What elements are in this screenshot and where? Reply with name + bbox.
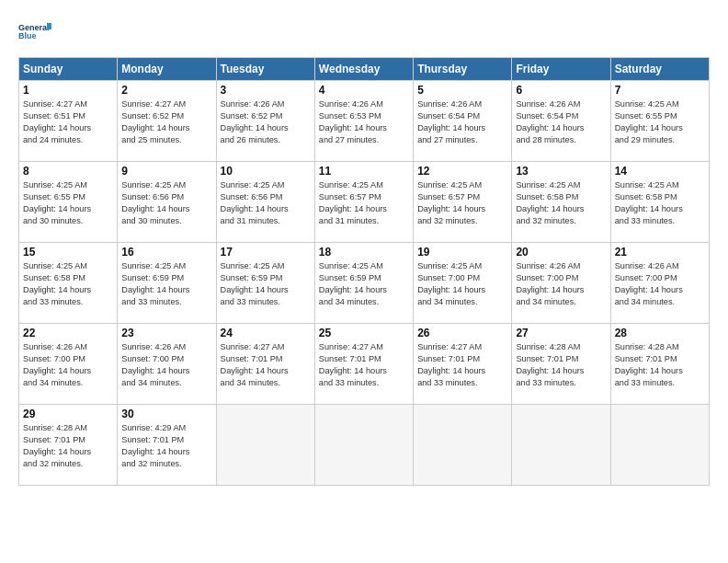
day-info: Sunrise: 4:25 AM Sunset: 6:56 PM Dayligh… bbox=[221, 179, 311, 227]
calendar-cell: 24Sunrise: 4:27 AM Sunset: 7:01 PM Dayli… bbox=[216, 324, 314, 405]
calendar: SundayMondayTuesdayWednesdayThursdayFrid… bbox=[18, 57, 710, 486]
calendar-cell: 6Sunrise: 4:26 AM Sunset: 6:54 PM Daylig… bbox=[512, 81, 610, 162]
calendar-cell: 9Sunrise: 4:25 AM Sunset: 6:56 PM Daylig… bbox=[118, 162, 216, 243]
day-info: Sunrise: 4:27 AM Sunset: 7:01 PM Dayligh… bbox=[319, 341, 409, 389]
day-number: 25 bbox=[319, 327, 409, 339]
day-number: 29 bbox=[23, 408, 113, 420]
day-info: Sunrise: 4:25 AM Sunset: 6:56 PM Dayligh… bbox=[121, 179, 211, 227]
day-info: Sunrise: 4:26 AM Sunset: 7:00 PM Dayligh… bbox=[516, 260, 606, 308]
day-number: 4 bbox=[319, 84, 409, 97]
day-number: 10 bbox=[221, 165, 311, 178]
day-info: Sunrise: 4:25 AM Sunset: 6:59 PM Dayligh… bbox=[121, 260, 211, 308]
day-number: 9 bbox=[121, 165, 211, 178]
day-info: Sunrise: 4:26 AM Sunset: 6:52 PM Dayligh… bbox=[221, 98, 311, 146]
calendar-cell: 10Sunrise: 4:25 AM Sunset: 6:56 PM Dayli… bbox=[216, 162, 314, 243]
calendar-cell: 22Sunrise: 4:26 AM Sunset: 7:00 PM Dayli… bbox=[19, 324, 118, 405]
day-number: 16 bbox=[121, 246, 211, 259]
day-info: Sunrise: 4:28 AM Sunset: 7:01 PM Dayligh… bbox=[516, 341, 606, 389]
day-info: Sunrise: 4:28 AM Sunset: 7:01 PM Dayligh… bbox=[23, 422, 113, 470]
day-info: Sunrise: 4:27 AM Sunset: 7:01 PM Dayligh… bbox=[221, 341, 311, 389]
calendar-cell: 20Sunrise: 4:26 AM Sunset: 7:00 PM Dayli… bbox=[512, 243, 610, 324]
day-header-monday: Monday bbox=[118, 58, 216, 81]
day-header-wednesday: Wednesday bbox=[314, 58, 413, 81]
calendar-cell: 27Sunrise: 4:28 AM Sunset: 7:01 PM Dayli… bbox=[512, 324, 610, 405]
calendar-cell: 13Sunrise: 4:25 AM Sunset: 6:58 PM Dayli… bbox=[512, 162, 610, 243]
day-info: Sunrise: 4:25 AM Sunset: 6:55 PM Dayligh… bbox=[23, 179, 113, 227]
day-header-sunday: Sunday bbox=[19, 58, 118, 81]
day-info: Sunrise: 4:25 AM Sunset: 6:57 PM Dayligh… bbox=[319, 179, 409, 227]
day-number: 20 bbox=[516, 246, 606, 259]
calendar-cell: 5Sunrise: 4:26 AM Sunset: 6:54 PM Daylig… bbox=[414, 81, 512, 162]
calendar-cell: 17Sunrise: 4:25 AM Sunset: 6:59 PM Dayli… bbox=[216, 243, 314, 324]
calendar-cell: 23Sunrise: 4:26 AM Sunset: 7:00 PM Dayli… bbox=[118, 324, 216, 405]
calendar-cell: 19Sunrise: 4:25 AM Sunset: 7:00 PM Dayli… bbox=[414, 243, 512, 324]
svg-text:Blue: Blue bbox=[18, 31, 37, 40]
day-number: 17 bbox=[221, 246, 311, 259]
day-info: Sunrise: 4:26 AM Sunset: 6:53 PM Dayligh… bbox=[319, 98, 409, 146]
calendar-cell: 21Sunrise: 4:26 AM Sunset: 7:00 PM Dayli… bbox=[610, 243, 709, 324]
day-info: Sunrise: 4:25 AM Sunset: 6:59 PM Dayligh… bbox=[221, 260, 311, 308]
day-number: 1 bbox=[23, 84, 113, 97]
day-number: 6 bbox=[516, 84, 606, 97]
day-info: Sunrise: 4:25 AM Sunset: 6:58 PM Dayligh… bbox=[615, 179, 705, 227]
day-info: Sunrise: 4:28 AM Sunset: 7:01 PM Dayligh… bbox=[615, 341, 705, 389]
day-info: Sunrise: 4:26 AM Sunset: 7:00 PM Dayligh… bbox=[23, 341, 113, 389]
calendar-cell: 12Sunrise: 4:25 AM Sunset: 6:57 PM Dayli… bbox=[414, 162, 512, 243]
calendar-cell: 29Sunrise: 4:28 AM Sunset: 7:01 PM Dayli… bbox=[19, 405, 118, 486]
day-info: Sunrise: 4:25 AM Sunset: 6:58 PM Dayligh… bbox=[516, 179, 606, 227]
day-info: Sunrise: 4:27 AM Sunset: 7:01 PM Dayligh… bbox=[417, 341, 507, 389]
day-info: Sunrise: 4:25 AM Sunset: 6:59 PM Dayligh… bbox=[319, 260, 409, 308]
day-number: 18 bbox=[319, 246, 409, 259]
day-number: 21 bbox=[615, 246, 705, 259]
calendar-cell: 1Sunrise: 4:27 AM Sunset: 6:51 PM Daylig… bbox=[19, 81, 118, 162]
calendar-cell: 14Sunrise: 4:25 AM Sunset: 6:58 PM Dayli… bbox=[610, 162, 709, 243]
day-info: Sunrise: 4:27 AM Sunset: 6:51 PM Dayligh… bbox=[23, 98, 113, 146]
day-info: Sunrise: 4:29 AM Sunset: 7:01 PM Dayligh… bbox=[121, 422, 211, 470]
day-number: 5 bbox=[417, 84, 507, 97]
day-header-saturday: Saturday bbox=[610, 58, 709, 81]
logo: General Blue bbox=[18, 15, 51, 48]
day-number: 11 bbox=[319, 165, 409, 178]
day-info: Sunrise: 4:26 AM Sunset: 6:54 PM Dayligh… bbox=[417, 98, 507, 146]
general-blue-icon: General Blue bbox=[18, 15, 51, 48]
day-number: 13 bbox=[516, 165, 606, 178]
calendar-cell bbox=[216, 405, 314, 486]
calendar-cell: 18Sunrise: 4:25 AM Sunset: 6:59 PM Dayli… bbox=[314, 243, 413, 324]
calendar-cell bbox=[512, 405, 610, 486]
day-info: Sunrise: 4:26 AM Sunset: 6:54 PM Dayligh… bbox=[516, 98, 606, 146]
day-number: 23 bbox=[121, 327, 211, 339]
day-number: 7 bbox=[615, 84, 705, 97]
day-number: 2 bbox=[121, 84, 211, 97]
day-number: 27 bbox=[516, 327, 606, 339]
day-info: Sunrise: 4:27 AM Sunset: 6:52 PM Dayligh… bbox=[121, 98, 211, 146]
calendar-cell: 28Sunrise: 4:28 AM Sunset: 7:01 PM Dayli… bbox=[610, 324, 709, 405]
day-header-thursday: Thursday bbox=[414, 58, 512, 81]
calendar-cell: 16Sunrise: 4:25 AM Sunset: 6:59 PM Dayli… bbox=[118, 243, 216, 324]
calendar-cell: 3Sunrise: 4:26 AM Sunset: 6:52 PM Daylig… bbox=[216, 81, 314, 162]
day-info: Sunrise: 4:26 AM Sunset: 7:00 PM Dayligh… bbox=[615, 260, 705, 308]
day-info: Sunrise: 4:26 AM Sunset: 7:00 PM Dayligh… bbox=[121, 341, 211, 389]
day-info: Sunrise: 4:25 AM Sunset: 7:00 PM Dayligh… bbox=[417, 260, 507, 308]
day-number: 26 bbox=[417, 327, 507, 339]
day-number: 28 bbox=[615, 327, 705, 339]
day-number: 14 bbox=[615, 165, 705, 178]
calendar-cell: 15Sunrise: 4:25 AM Sunset: 6:58 PM Dayli… bbox=[19, 243, 118, 324]
calendar-cell bbox=[610, 405, 709, 486]
day-number: 22 bbox=[23, 327, 113, 339]
day-number: 19 bbox=[417, 246, 507, 259]
calendar-cell: 7Sunrise: 4:25 AM Sunset: 6:55 PM Daylig… bbox=[610, 81, 709, 162]
day-header-friday: Friday bbox=[512, 58, 610, 81]
day-number: 8 bbox=[23, 165, 113, 178]
day-number: 30 bbox=[121, 408, 211, 420]
day-number: 3 bbox=[221, 84, 311, 97]
calendar-cell: 26Sunrise: 4:27 AM Sunset: 7:01 PM Dayli… bbox=[414, 324, 512, 405]
calendar-cell: 11Sunrise: 4:25 AM Sunset: 6:57 PM Dayli… bbox=[314, 162, 413, 243]
day-info: Sunrise: 4:25 AM Sunset: 6:58 PM Dayligh… bbox=[23, 260, 113, 308]
day-number: 15 bbox=[23, 246, 113, 259]
day-number: 12 bbox=[417, 165, 507, 178]
calendar-cell bbox=[314, 405, 413, 486]
svg-marker-2 bbox=[47, 23, 51, 29]
calendar-cell: 25Sunrise: 4:27 AM Sunset: 7:01 PM Dayli… bbox=[314, 324, 413, 405]
day-number: 24 bbox=[221, 327, 311, 339]
calendar-cell: 4Sunrise: 4:26 AM Sunset: 6:53 PM Daylig… bbox=[314, 81, 413, 162]
